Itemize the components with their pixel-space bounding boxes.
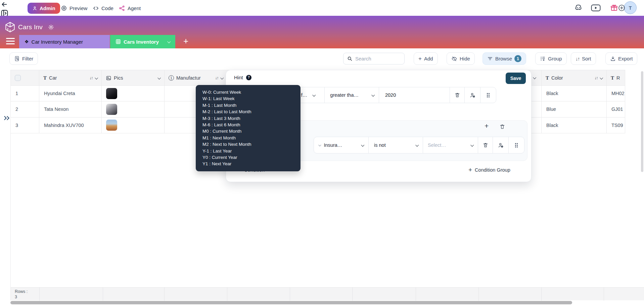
column-sort-icon[interactable]: ↓↑ [595,76,598,80]
text-type-icon: T [43,75,47,81]
cell-color[interactable]: Black [541,86,607,101]
row-number[interactable]: 1 [11,86,39,101]
chevron-down-icon[interactable] [600,76,603,79]
cell-pics[interactable] [102,118,165,133]
field-select[interactable]: Insura… [314,137,369,153]
row-number[interactable]: 2 [11,101,39,117]
menu-hamburger-icon[interactable] [6,38,15,44]
cell-car[interactable]: Tata Nexon [39,101,102,117]
cell-color[interactable]: Blue [541,101,607,117]
sort-button[interactable]: ↓↑ Sort [571,52,596,65]
column-header-pics[interactable]: Pics [102,70,165,86]
chevron-down-icon[interactable] [95,76,98,79]
hint-item: Y1 : Next Year [202,161,295,167]
browse-filters-button[interactable]: Browse 1 [482,52,526,65]
cell-reg[interactable]: MH02 [607,86,625,101]
drag-handle[interactable] [509,137,524,153]
nav-code[interactable]: Code [93,3,113,13]
person-plus-icon [498,142,504,148]
assign-user-button[interactable] [493,137,509,153]
back-button[interactable] [0,0,9,9]
base-logo-icon[interactable] [5,21,15,33]
hint-item: W-1: Last Week [202,95,295,102]
add-tab-button[interactable]: + [183,36,188,46]
car-photo-thumbnail[interactable] [106,120,117,131]
cell-pics[interactable] [102,101,165,117]
delete-condition-button[interactable] [478,137,493,153]
cell-color[interactable]: Black [541,118,607,133]
gift-icon[interactable] [610,4,618,12]
expand-sidebar-double-chevron-icon[interactable] [3,115,10,122]
add-condition-group-button[interactable]: + Condition Group [468,166,510,174]
drag-handle[interactable] [480,87,496,103]
export-button[interactable]: Export [605,52,637,65]
avatar[interactable]: T [624,1,637,14]
cell-car[interactable]: Mahindra XUV700 [39,118,102,133]
delete-condition-button[interactable] [450,87,465,103]
select-all-checkbox[interactable] [15,75,21,81]
column-header-color[interactable]: T Color ↓↑ [541,70,607,86]
operator-select[interactable]: is not [369,137,423,153]
group-add-condition-button[interactable]: + [485,122,489,130]
chevron-down-icon[interactable] [220,76,224,79]
search-input[interactable] [355,56,396,61]
filter-value-input[interactable] [379,92,436,98]
cell-reg[interactable]: TS09 [607,118,625,133]
row-number[interactable]: 3 [11,118,39,133]
hint-item: M0 : Current Month [202,128,295,134]
admin-button[interactable]: Admin [28,3,60,14]
drag-dots-icon [515,143,518,148]
agent-network-icon [119,5,125,11]
column-sort-icon[interactable]: ↓↑ [90,76,93,80]
assign-user-button[interactable] [465,87,480,103]
chevron-down-icon[interactable] [157,76,161,79]
discord-icon[interactable] [574,4,583,11]
cell-reg[interactable]: GJ01 [607,101,625,117]
filter-button[interactable]: Filter [9,52,38,65]
trash-icon [482,142,489,148]
view-toolbar: Filter + Add Hide Browse 1 Group ↓↑ Sort [0,48,644,65]
field-value: Insura… [324,142,342,148]
add-record-button[interactable]: + Add [414,52,438,65]
cell-pics[interactable] [102,86,165,101]
chevron-down-icon [167,40,171,43]
group-button[interactable]: Group [535,52,567,65]
column-header-car[interactable]: T Car ↓↑ [39,70,102,86]
hint-item: M-3 : Last 3 Month [202,115,295,122]
hide-fields-button[interactable]: Hide [447,52,475,65]
nav-agent[interactable]: Agent [119,3,141,13]
drag-dots-icon [487,93,490,98]
column-sort-icon[interactable]: ↓↑ [215,76,219,80]
nav-preview[interactable]: Preview [61,3,87,13]
add-condition-group-label: Condition Group [475,167,510,173]
hidden-column-chevron-icon[interactable] [533,76,536,79]
base-diamond-icon: ❖ [25,39,29,44]
youtube-icon[interactable] [591,4,601,11]
value-select[interactable]: Select… [423,137,478,153]
table-grid-icon [116,39,121,44]
group-delete-button[interactable] [499,124,505,130]
car-photo-thumbnail[interactable] [106,88,117,99]
filter-lines-icon [487,56,493,61]
tab-cars-inventory[interactable]: Cars Inventory [110,35,175,48]
help-question-icon[interactable]: ? [246,75,251,80]
hint-item: M2 : Next to Next Month [202,141,295,147]
add-column-button[interactable] [618,4,626,12]
column-label: Manufactur [176,75,201,81]
column-label: R [616,75,620,81]
horizontal-scrollbar[interactable] [10,301,572,304]
cell-car[interactable]: Hyundai Creta [39,86,102,101]
search-box[interactable] [343,53,405,64]
person-plus-icon [469,92,476,98]
column-header-manufacturer[interactable]: 1 Manufactur ↓↑ [165,70,227,86]
filter-condition-row-2: Insura… is not Select… [314,137,524,154]
chevron-down-icon [415,143,419,146]
expand-chevron-icon [319,143,321,146]
base-settings-gear-icon[interactable] [48,24,54,30]
column-header-reg[interactable]: T R [607,70,625,86]
operator-select[interactable]: greater tha… [325,87,379,103]
vertical-scrollbar[interactable] [641,71,643,172]
tab-base-car-inventory-manager[interactable]: ❖ Car Inventory Manager [19,35,110,48]
car-photo-thumbnail[interactable] [106,104,117,115]
save-button[interactable]: Save [506,73,526,84]
